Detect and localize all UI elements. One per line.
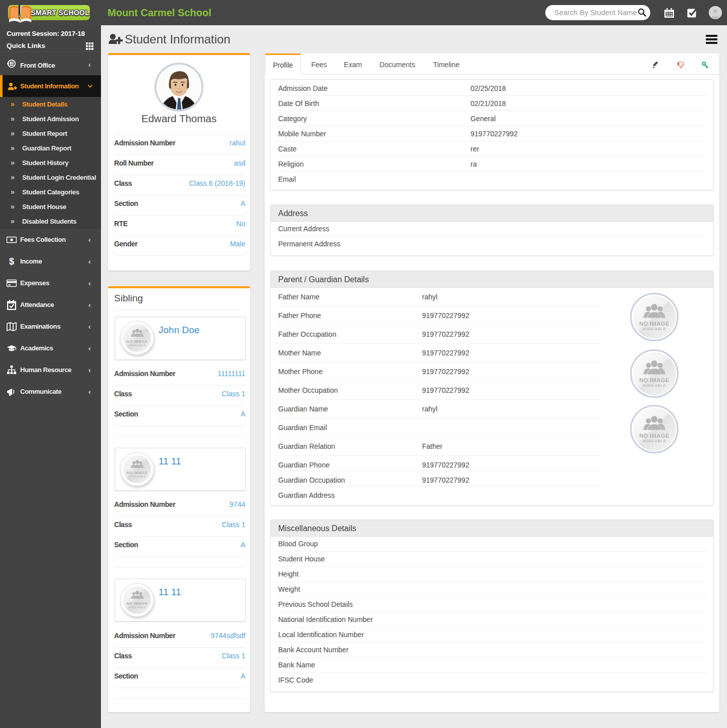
- svg-text:$: $: [9, 256, 14, 267]
